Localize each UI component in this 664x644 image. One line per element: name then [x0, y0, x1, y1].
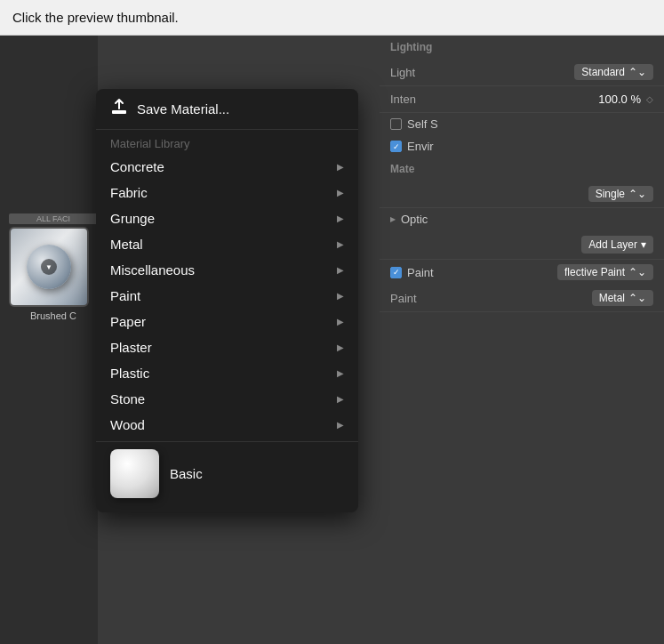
save-material-label: Save Material...: [137, 101, 229, 117]
menu-item-grunge[interactable]: Grunge ▶: [96, 205, 358, 231]
plastic-arrow-icon: ▶: [337, 368, 344, 378]
add-layer-button[interactable]: Add Layer ▾: [581, 236, 653, 254]
material-thumbnail[interactable]: ▼: [9, 227, 89, 307]
menu-item-fabric[interactable]: Fabric ▶: [96, 180, 358, 205]
envir-row: ✓ Envir: [380, 135, 664, 157]
percent-area: 100.0 % ◇: [598, 93, 653, 106]
lighting-label: Light: [390, 66, 574, 79]
instruction-text: Click the preview thumbnail.: [12, 10, 179, 25]
material-library-menu: Save Material... Material Library Concre…: [96, 89, 358, 512]
save-material-button[interactable]: Save Material...: [96, 89, 358, 130]
percent-value: 100.0 %: [598, 93, 641, 106]
material-library-header: Material Library: [96, 130, 358, 154]
intensity-row: Inten 100.0 % ◇: [380, 86, 664, 113]
instruction-bar: Click the preview thumbnail.: [0, 0, 664, 36]
lighting-row: Light Standard ⌃⌄: [380, 59, 664, 86]
menu-item-paper[interactable]: Paper ▶: [96, 309, 358, 334]
material-sphere: ▼: [27, 245, 71, 289]
save-icon: [110, 98, 128, 120]
material-section-title: Mate: [380, 157, 664, 181]
stone-arrow-icon: ▶: [337, 394, 344, 404]
paper-arrow-icon: ▶: [337, 317, 344, 326]
material-name-label: Brushed C: [9, 310, 98, 321]
optics-label: Optic: [401, 213, 428, 226]
self-row: Self S: [380, 113, 664, 135]
metal-chevron-icon: ⌃⌄: [628, 292, 646, 304]
dropdown-arrow-icon: ▾: [641, 238, 646, 251]
lighting-section-title: Lighting: [380, 36, 664, 59]
concrete-label: Concrete: [110, 159, 164, 174]
paint2-row: Paint Metal ⌃⌄: [380, 285, 664, 312]
menu-item-plaster[interactable]: Plaster ▶: [96, 334, 358, 360]
paint-arrow-icon: ▶: [337, 291, 344, 301]
main-panel: Lighting Light Standard ⌃⌄ Inten 100.0 %…: [0, 36, 664, 644]
paint-label: Paint: [407, 266, 434, 279]
paper-label: Paper: [110, 314, 146, 329]
plaster-label: Plaster: [110, 340, 152, 355]
grunge-label: Grunge: [110, 211, 155, 226]
single-chevron-icon: ⌃⌄: [628, 188, 646, 200]
material-area: ALL FACI ▼ Brushed C: [9, 213, 98, 321]
paint2-label: Paint: [390, 292, 592, 305]
menu-item-paint[interactable]: Paint ▶: [96, 283, 358, 309]
menu-item-miscellaneous[interactable]: Miscellaneous ▶: [96, 257, 358, 283]
metal-label: Metal: [110, 237, 143, 252]
miscellaneous-arrow-icon: ▶: [337, 265, 344, 275]
paint-row: ✓ Paint flective Paint ⌃⌄: [380, 260, 664, 285]
chevron-icon: ⌃⌄: [628, 66, 646, 78]
optics-row[interactable]: ▶ Optic: [380, 208, 664, 230]
all-faces-badge: ALL FACI: [9, 213, 98, 224]
self-label: Self S: [407, 117, 438, 131]
metal-dropdown[interactable]: Metal ⌃⌄: [592, 290, 653, 306]
fabric-arrow-icon: ▶: [337, 188, 344, 197]
right-panel: Lighting Light Standard ⌃⌄ Inten 100.0 %…: [380, 36, 664, 644]
play-button-icon: ▼: [41, 259, 57, 275]
rp-chevron-icon: ⌃⌄: [628, 266, 646, 278]
paint-menu-label: Paint: [110, 288, 140, 303]
envir-label: Envir: [407, 140, 434, 153]
metal-arrow-icon: ▶: [337, 239, 344, 249]
miscellaneous-label: Miscellaneous: [110, 262, 195, 278]
basic-label: Basic: [170, 466, 203, 481]
wood-arrow-icon: ▶: [337, 420, 344, 430]
menu-item-concrete[interactable]: Concrete ▶: [96, 154, 358, 180]
self-checkbox[interactable]: [390, 118, 402, 130]
svg-rect-0: [112, 110, 126, 114]
intensity-label: Inten: [390, 93, 598, 106]
basic-material-sphere: [110, 449, 159, 498]
fabric-label: Fabric: [110, 185, 148, 200]
envir-checkbox[interactable]: ✓: [390, 141, 402, 152]
paint-checkbox[interactable]: ✓: [390, 267, 402, 278]
grunge-arrow-icon: ▶: [337, 213, 344, 223]
single-dropdown[interactable]: Single ⌃⌄: [588, 186, 653, 202]
menu-item-plastic[interactable]: Plastic ▶: [96, 360, 358, 386]
plastic-label: Plastic: [110, 366, 149, 381]
menu-item-wood[interactable]: Wood ▶: [96, 412, 358, 438]
diamond-icon: ◇: [646, 94, 653, 104]
left-panel: [0, 36, 98, 644]
single-row: Single ⌃⌄: [380, 181, 664, 208]
menu-item-stone[interactable]: Stone ▶: [96, 386, 358, 412]
standard-dropdown[interactable]: Standard ⌃⌄: [574, 64, 653, 80]
stone-label: Stone: [110, 391, 145, 407]
reflective-paint-dropdown[interactable]: flective Paint ⌃⌄: [557, 264, 653, 280]
wood-label: Wood: [110, 417, 145, 432]
plaster-arrow-icon: ▶: [337, 342, 344, 352]
triangle-icon: ▶: [390, 215, 396, 223]
concrete-arrow-icon: ▶: [337, 162, 344, 172]
menu-item-basic[interactable]: Basic: [96, 441, 358, 505]
menu-item-metal[interactable]: Metal ▶: [96, 231, 358, 257]
add-layer-row: Add Layer ▾: [380, 230, 664, 260]
